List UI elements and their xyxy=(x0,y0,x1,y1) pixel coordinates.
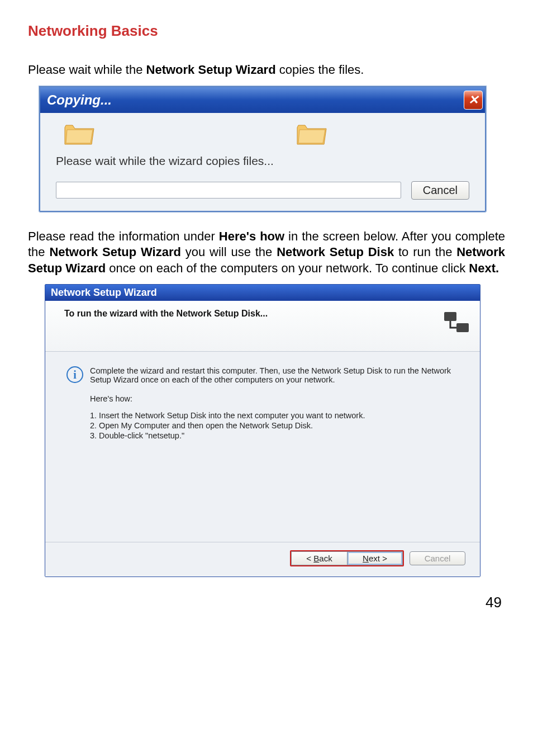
text: < xyxy=(306,554,313,563)
dialog-body: Please wait while the wizard copies file… xyxy=(40,113,485,211)
network-devices-icon xyxy=(442,309,471,338)
dialog-title: Copying... xyxy=(47,92,112,108)
heres-how-label: Here's how: xyxy=(90,394,463,403)
progress-bar xyxy=(56,182,401,199)
dialog-titlebar: Copying... ✕ xyxy=(40,87,485,113)
intro-paragraph: Please wait while the Network Setup Wiza… xyxy=(28,62,505,78)
progress-row: Cancel xyxy=(56,181,469,200)
info-icon: i xyxy=(66,366,83,383)
text: ack xyxy=(319,554,332,563)
text: ext > xyxy=(369,554,387,563)
bold-text: Network Setup Wizard xyxy=(146,63,276,77)
folder-source-icon xyxy=(64,121,95,147)
svg-rect-0 xyxy=(444,312,456,321)
steps-list: 1. Insert the Network Setup Disk into th… xyxy=(90,411,463,440)
back-button[interactable]: < Back xyxy=(291,551,347,565)
text: Please read the information under xyxy=(28,229,219,243)
text: to run the xyxy=(394,245,456,259)
wizard-header-title: To run the wizard with the Network Setup… xyxy=(64,309,268,319)
close-icon: ✕ xyxy=(468,93,478,107)
bold-text: Next. xyxy=(469,261,499,275)
text: you will use the xyxy=(181,245,277,259)
close-button[interactable]: ✕ xyxy=(464,91,483,110)
info-text: Complete the wizard and restart this com… xyxy=(90,366,463,384)
svg-rect-1 xyxy=(456,323,469,332)
bold-text: Network Setup Disk xyxy=(277,245,394,259)
folder-dest-icon xyxy=(296,121,327,147)
text: Please wait while the xyxy=(28,63,146,77)
bold-text: Network Setup Wizard xyxy=(49,245,180,259)
page-heading: Networking Basics xyxy=(28,22,505,40)
step-item: 1. Insert the Network Setup Disk into th… xyxy=(90,411,463,420)
text-underline: B xyxy=(313,554,319,563)
info-row: i Complete the wizard and restart this c… xyxy=(66,366,463,384)
wizard-content: i Complete the wizard and restart this c… xyxy=(45,352,480,542)
cancel-button[interactable]: Cancel xyxy=(410,551,465,565)
step-item: 3. Double-click "netsetup." xyxy=(90,431,463,440)
cancel-button[interactable]: Cancel xyxy=(411,181,469,200)
wizard-button-row: < Back Next > Cancel xyxy=(45,542,480,577)
wizard-titlebar: Network Setup Wizard xyxy=(45,285,480,301)
copying-dialog: Copying... ✕ Please wait while the wizar… xyxy=(39,86,486,212)
copy-animation-row xyxy=(56,121,469,147)
text: copies the files. xyxy=(276,63,364,77)
network-setup-wizard-dialog: Network Setup Wizard To run the wizard w… xyxy=(45,284,480,577)
wizard-header: To run the wizard with the Network Setup… xyxy=(45,301,480,352)
text-underline: N xyxy=(363,554,369,563)
step-item: 2. Open My Computer and then open the Ne… xyxy=(90,421,463,430)
copy-status-text: Please wait while the wizard copies file… xyxy=(56,154,469,168)
page-number: 49 xyxy=(28,594,505,611)
nav-button-group: < Back Next > xyxy=(290,550,404,566)
bold-text: Here's how xyxy=(219,229,284,243)
text: once on each of the computers on your ne… xyxy=(106,261,469,275)
next-button[interactable]: Next > xyxy=(347,551,403,565)
instruction-paragraph: Please read the information under Here's… xyxy=(28,229,505,277)
